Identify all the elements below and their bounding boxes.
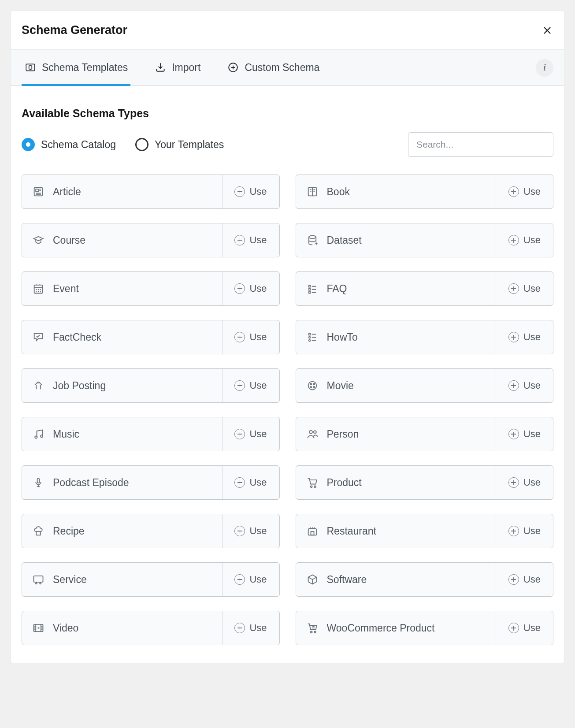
search-box[interactable] xyxy=(408,132,553,157)
filter-row: Schema Catalog Your Templates xyxy=(22,132,553,157)
tab-custom-schema[interactable]: Custom Schema xyxy=(224,50,322,86)
schema-type-card: EventUse xyxy=(22,271,280,306)
schema-type-name: Job Posting xyxy=(53,380,106,392)
schema-type-card: Job PostingUse xyxy=(22,368,280,403)
use-button[interactable]: Use xyxy=(496,369,553,402)
schema-type-name: Recipe xyxy=(53,525,85,537)
restaurant-icon xyxy=(306,524,319,538)
use-label: Use xyxy=(523,477,541,488)
schema-type-card: Podcast EpisodeUse xyxy=(22,465,280,500)
plus-circle-icon xyxy=(508,429,519,439)
use-label: Use xyxy=(249,428,267,440)
schema-type-card: DatasetUse xyxy=(296,223,554,257)
card-left: Music xyxy=(22,417,222,451)
use-label: Use xyxy=(523,234,541,246)
service-icon xyxy=(32,573,45,586)
template-icon xyxy=(24,61,37,74)
radio-dot-icon xyxy=(135,138,148,151)
use-button[interactable]: Use xyxy=(222,272,279,305)
schema-type-card: PersonUse xyxy=(296,417,554,451)
plus-circle-icon xyxy=(234,332,245,342)
plus-circle-icon xyxy=(508,380,519,391)
use-button[interactable]: Use xyxy=(222,320,279,354)
card-left: Restaurant xyxy=(296,514,496,548)
use-button[interactable]: Use xyxy=(222,611,279,645)
use-label: Use xyxy=(523,622,541,634)
plus-circle-icon xyxy=(508,186,519,197)
use-button[interactable]: Use xyxy=(222,223,279,257)
plus-circle-icon xyxy=(234,186,245,197)
radio-label: Your Templates xyxy=(155,139,224,151)
plus-circle-icon xyxy=(227,61,239,74)
use-label: Use xyxy=(249,380,267,391)
radio-schema-catalog[interactable]: Schema Catalog xyxy=(22,138,116,151)
tab-import[interactable]: Import xyxy=(152,50,203,86)
schema-type-name: HowTo xyxy=(327,331,358,343)
schema-type-name: Podcast Episode xyxy=(53,477,129,489)
plus-circle-icon xyxy=(234,283,245,294)
info-button[interactable]: i xyxy=(536,59,553,77)
video-icon xyxy=(32,621,45,635)
product-icon xyxy=(306,476,319,489)
schema-type-card: HowToUse xyxy=(296,320,554,354)
use-button[interactable]: Use xyxy=(222,514,279,548)
use-label: Use xyxy=(523,428,541,440)
schema-type-name: Dataset xyxy=(327,234,362,246)
howto-icon xyxy=(306,331,319,344)
tab-schema-templates[interactable]: Schema Templates xyxy=(22,50,130,86)
schema-type-name: Book xyxy=(327,186,350,198)
card-left: Movie xyxy=(296,369,496,402)
schema-type-name: Software xyxy=(327,574,367,586)
use-button[interactable]: Use xyxy=(222,417,279,451)
use-button[interactable]: Use xyxy=(496,223,553,257)
tab-label: Schema Templates xyxy=(42,62,128,74)
use-button[interactable]: Use xyxy=(496,466,553,499)
schema-type-card: MusicUse xyxy=(22,417,280,451)
card-left: Course xyxy=(22,223,222,257)
close-button[interactable] xyxy=(541,24,553,37)
use-button[interactable]: Use xyxy=(222,466,279,499)
use-button[interactable]: Use xyxy=(496,272,553,305)
use-button[interactable]: Use xyxy=(496,563,553,596)
dataset-icon xyxy=(306,234,319,247)
use-button[interactable]: Use xyxy=(222,563,279,596)
use-label: Use xyxy=(249,283,267,294)
software-icon xyxy=(306,573,319,586)
card-left: Person xyxy=(296,417,496,451)
search-input[interactable] xyxy=(415,139,546,150)
use-label: Use xyxy=(249,574,267,585)
use-button[interactable]: Use xyxy=(222,369,279,402)
use-label: Use xyxy=(249,186,267,197)
schema-type-name: Movie xyxy=(327,380,354,392)
use-label: Use xyxy=(523,380,541,391)
card-left: Dataset xyxy=(296,223,496,257)
schema-type-card: ServiceUse xyxy=(22,562,280,597)
card-left: Service xyxy=(22,563,222,596)
tabs-bar: Schema Templates Import Custom Schema xyxy=(11,50,564,86)
schema-type-name: Article xyxy=(53,186,81,198)
schema-type-card: RecipeUse xyxy=(22,514,280,548)
use-button[interactable]: Use xyxy=(496,417,553,451)
radio-your-templates[interactable]: Your Templates xyxy=(135,138,224,151)
use-button[interactable]: Use xyxy=(496,611,553,645)
jobposting-icon xyxy=(32,379,45,392)
section-title: Available Schema Types xyxy=(22,107,553,120)
schema-type-card: ArticleUse xyxy=(22,175,280,209)
card-left: WooCommerce Product xyxy=(296,611,496,645)
use-label: Use xyxy=(523,186,541,197)
use-button[interactable]: Use xyxy=(496,175,553,208)
tab-label: Custom Schema xyxy=(245,62,319,74)
schema-type-name: FAQ xyxy=(327,283,347,295)
use-button[interactable]: Use xyxy=(496,514,553,548)
use-button[interactable]: Use xyxy=(222,175,279,208)
woocommerceproduct-icon xyxy=(306,621,319,635)
event-icon xyxy=(32,282,45,295)
card-left: Podcast Episode xyxy=(22,466,222,499)
plus-circle-icon xyxy=(508,332,519,342)
article-icon xyxy=(32,185,45,198)
use-label: Use xyxy=(523,283,541,294)
card-left: Recipe xyxy=(22,514,222,548)
plus-circle-icon xyxy=(508,623,519,633)
schema-type-name: Service xyxy=(53,574,87,586)
use-button[interactable]: Use xyxy=(496,320,553,354)
